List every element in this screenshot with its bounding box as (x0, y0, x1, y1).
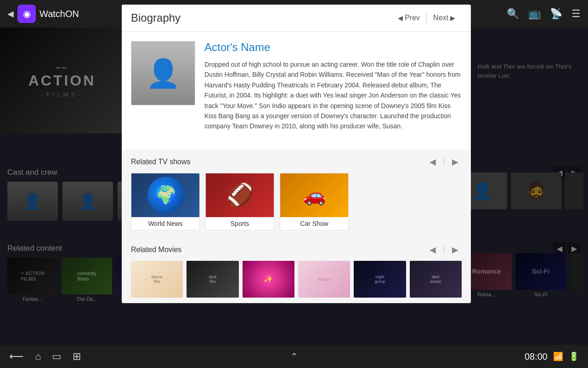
globe-icon: 🌍 (147, 177, 184, 213)
actor-photo: 👤 (131, 41, 195, 105)
recent-apps-button[interactable]: ▭ (52, 351, 62, 362)
grid-button[interactable]: ⊞ (73, 351, 81, 362)
tv-icon[interactable]: 📺 (528, 8, 541, 20)
back-nav-button[interactable]: ⟵ (9, 351, 24, 362)
related-tv-section: Related TV shows ◀ | ▶ 🌍 World News (122, 150, 471, 238)
car-icon: 🚗 (303, 184, 326, 206)
modal-body: 👤 Actor's Name Dropped out of high schoo… (122, 32, 471, 150)
app-title: WatchON (40, 9, 79, 19)
next-label: Next (433, 14, 448, 22)
prev-chevron-icon: ◀ (398, 14, 403, 22)
tv-shows-row: 🌍 World News 🏈 Sports � (131, 173, 462, 230)
movies-nav: ◀ | ▶ (426, 243, 462, 256)
related-tv-title: Related TV shows (131, 158, 426, 166)
tv-show-world-news[interactable]: 🌍 World News (131, 173, 200, 230)
next-chevron-icon: ▶ (450, 14, 455, 22)
movie-6[interactable]: darkscene (410, 261, 462, 298)
bottom-bar: ⟵ ⌂ ▭ ⊞ ⌃ 08:00 📶 🔋 (0, 345, 588, 368)
bottom-center: ⌃ (290, 351, 298, 362)
sports-label: Sports (206, 217, 274, 230)
related-movies-header: Related Movies ◀ | ▶ (131, 238, 462, 261)
prev-button[interactable]: ◀ Prev (391, 11, 426, 25)
app-brand: ◀ ◉ WatchON (7, 5, 79, 23)
prev-label: Prev (405, 14, 420, 22)
bottom-right: 08:00 📶 🔋 (525, 351, 579, 362)
modal-title: Biography (131, 12, 391, 24)
home-button[interactable]: ⌂ (35, 351, 41, 362)
search-icon[interactable]: 🔍 (507, 8, 519, 20)
tv-prev-button[interactable]: ◀ (426, 155, 439, 168)
actor-biography-text: Dropped out of high school to pursue an … (204, 59, 462, 132)
tv-show-car[interactable]: 🚗 Car Show (280, 173, 349, 230)
menu-icon[interactable]: ☰ (571, 8, 581, 20)
up-chevron-button[interactable]: ⌃ (290, 351, 298, 362)
tv-next-button[interactable]: ▶ (449, 155, 462, 168)
movies-nav-separator: | (443, 245, 445, 254)
app-logo: ◉ (17, 5, 36, 23)
movies-row: dancefilm darkfilm ✨ fashion nightgroup … (131, 261, 462, 298)
car-show-label: Car Show (280, 217, 348, 230)
movie-2[interactable]: darkfilm (187, 261, 238, 298)
remote-icon[interactable]: 📡 (550, 8, 562, 20)
car-image: 🚗 (280, 173, 349, 217)
clock: 08:00 (525, 351, 548, 362)
related-movies-title: Related Movies (131, 246, 426, 254)
world-news-image: 🌍 (131, 173, 200, 217)
bottom-navigation: ⟵ ⌂ ▭ ⊞ (9, 351, 81, 362)
tv-nav-separator: | (443, 157, 445, 167)
sports-image: 🏈 (206, 173, 274, 217)
sports-icon: 🏈 (226, 182, 254, 208)
related-tv-header: Related TV shows ◀ | ▶ (131, 150, 462, 173)
top-actions: 🔍 📺 📡 ☰ (507, 8, 581, 20)
movie-1[interactable]: dancefilm (131, 261, 183, 298)
logo-icon: ◉ (23, 8, 31, 19)
tv-nav: ◀ | ▶ (426, 155, 462, 168)
modal-navigation: ◀ Prev Next ▶ (391, 11, 462, 25)
tv-show-sports[interactable]: 🏈 Sports (205, 173, 274, 230)
world-news-label: World News (131, 217, 199, 230)
back-button[interactable]: ◀ (7, 9, 14, 19)
movie-3[interactable]: ✨ (243, 261, 294, 298)
modal-header: Biography ◀ Prev Next ▶ (122, 5, 471, 32)
actor-section: 👤 Actor's Name Dropped out of high schoo… (131, 41, 462, 132)
actor-info: Actor's Name Dropped out of high school … (204, 41, 462, 132)
movie-5[interactable]: nightgroup (354, 261, 406, 298)
biography-modal: Biography ◀ Prev Next ▶ 👤 Actor's Name D… (122, 5, 471, 303)
movies-next-button[interactable]: ▶ (449, 243, 462, 256)
battery-icon: 🔋 (569, 351, 579, 362)
movie-4[interactable]: fashion (298, 261, 350, 298)
movies-prev-button[interactable]: ◀ (426, 243, 439, 256)
actor-name: Actor's Name (204, 41, 462, 54)
next-button[interactable]: Next ▶ (427, 11, 462, 25)
wifi-icon: 📶 (553, 351, 563, 362)
actor-avatar-icon: 👤 (146, 57, 181, 90)
related-movies-section: Related Movies ◀ | ▶ dancefilm darkfilm … (122, 238, 471, 303)
